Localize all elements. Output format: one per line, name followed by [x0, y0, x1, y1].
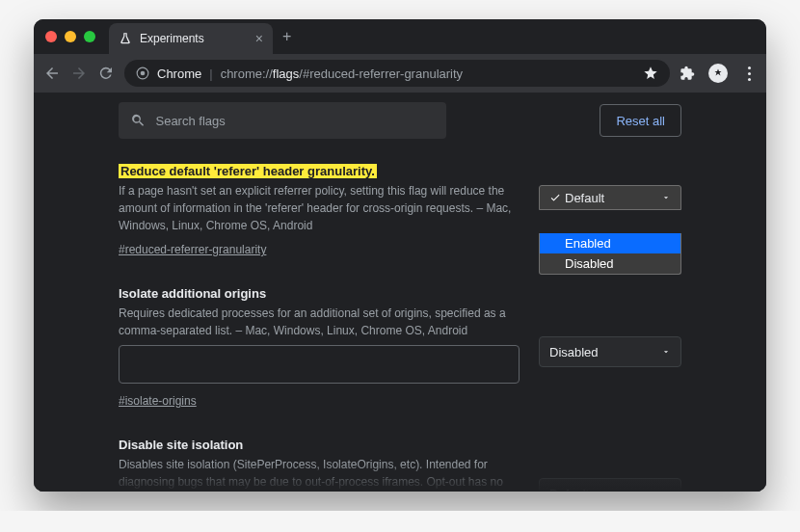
browser-window: Experiments × + Chrome | chrome://flags/… — [34, 19, 766, 492]
flag-description: If a page hasn't set an explicit referre… — [119, 182, 520, 234]
flag-row: Isolate additional origins Requires dedi… — [119, 284, 681, 409]
toolbar-right — [680, 64, 757, 83]
flag-text-input[interactable] — [119, 345, 520, 384]
back-button[interactable] — [43, 65, 61, 82]
titlebar: Experiments × + — [34, 19, 766, 54]
flag-select[interactable]: Default — [539, 478, 681, 492]
window-controls — [45, 31, 95, 42]
reset-all-button[interactable]: Reset all — [600, 104, 681, 137]
address-bar[interactable]: Chrome | chrome://flags/#reduced-referre… — [124, 60, 670, 87]
flag-option-enabled[interactable]: Enabled — [540, 233, 680, 253]
extensions-icon[interactable] — [680, 66, 695, 81]
chevron-down-icon — [661, 347, 671, 357]
reload-button[interactable] — [97, 65, 115, 82]
flag-anchor-link[interactable]: #reduced-referrer-granularity — [119, 243, 266, 256]
browser-tab[interactable]: Experiments × — [109, 23, 273, 54]
close-tab-icon[interactable]: × — [255, 32, 263, 45]
close-window-button[interactable] — [45, 31, 57, 42]
search-flags-box[interactable] — [119, 102, 446, 139]
flag-title: Disable site isolation — [119, 438, 243, 452]
chevron-down-icon — [661, 193, 671, 202]
flag-row: Reduce default 'referer' header granular… — [119, 162, 681, 257]
maximize-window-button[interactable] — [84, 31, 95, 42]
chrome-icon — [136, 66, 149, 80]
new-tab-button[interactable]: + — [282, 28, 291, 45]
flag-select[interactable]: Default — [539, 185, 681, 210]
flag-description: Requires dedicated processes for an addi… — [119, 305, 520, 339]
toolbar: Chrome | chrome://flags/#reduced-referre… — [34, 54, 766, 93]
flag-select-dropdown: Enabled Disabled — [539, 233, 681, 275]
minimize-window-button[interactable] — [65, 31, 76, 42]
search-icon — [130, 112, 146, 129]
flag-option-disabled[interactable]: Disabled — [540, 253, 680, 274]
flask-icon — [119, 32, 132, 45]
menu-button[interactable] — [741, 66, 757, 81]
check-icon — [549, 192, 561, 203]
profile-icon[interactable] — [708, 64, 728, 83]
tab-title: Experiments — [140, 32, 204, 45]
address-origin-label: Chrome — [157, 66, 201, 81]
chevron-down-icon — [661, 489, 671, 492]
address-separator: | — [209, 66, 212, 81]
forward-button[interactable] — [70, 65, 88, 82]
flag-title: Isolate additional origins — [119, 286, 266, 301]
svg-point-1 — [141, 71, 146, 76]
flag-row: Disable site isolation Disables site iso… — [119, 436, 681, 492]
flag-anchor-link[interactable]: #isolate-origins — [119, 394, 197, 408]
flag-description: Disables site isolation (SitePerProcess,… — [119, 456, 520, 492]
search-input[interactable] — [155, 114, 435, 128]
flags-page: Reset all Reduce default 'referer' heade… — [34, 93, 766, 492]
flag-select[interactable]: Disabled — [539, 336, 681, 367]
address-url: chrome://flags/#reduced-referrer-granula… — [221, 66, 463, 81]
bookmark-star-icon[interactable] — [643, 66, 658, 81]
flag-title: Reduce default 'referer' header granular… — [119, 164, 377, 178]
